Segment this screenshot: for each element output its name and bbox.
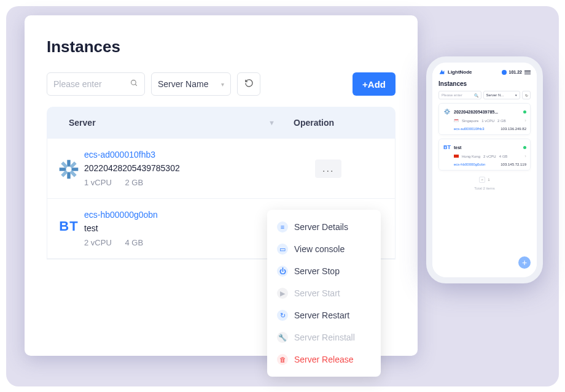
- menu-item-label: Server Stop: [294, 266, 340, 276]
- filter-icon[interactable]: ▼: [268, 119, 275, 126]
- menu-item-label: Server Start: [294, 288, 340, 298]
- dropdown-label: Server Name: [158, 79, 208, 89]
- play-icon: ▶: [277, 288, 288, 299]
- server-name-dropdown[interactable]: Server Name ▾: [151, 72, 231, 96]
- menu-item-label: Server Release: [294, 355, 354, 364]
- os-icon: BT: [53, 210, 84, 247]
- status-dot-icon: [523, 110, 526, 113]
- restart-icon: ↻: [277, 310, 288, 321]
- pagination: < 1: [432, 174, 537, 184]
- menu-item-label: Server Details: [294, 222, 348, 232]
- console-icon: ▭: [277, 244, 288, 255]
- menu-server-start: ▶ Server Start: [267, 282, 381, 304]
- menu-server-release[interactable]: 🗑 Server Release: [267, 348, 381, 371]
- phone-search-input[interactable]: Please enter 🔍: [438, 91, 481, 99]
- table-row: ecs-ad000010fhb3 20220428205439785302 1 …: [47, 139, 395, 199]
- brand-logo-icon: [438, 69, 445, 75]
- svg-rect-10: [446, 109, 448, 110]
- toolbar-row: Please enter Server Name ▾ +Add: [47, 72, 395, 96]
- search-icon: 🔍: [474, 93, 478, 98]
- phone-toolbar: Please enter 🔍 Server N... ▾ ↻: [432, 91, 537, 103]
- phone-screen: LightNode 101.22 Instances Please enter …: [432, 63, 537, 277]
- instance-link[interactable]: ecs-hb00000g0obn: [454, 163, 485, 166]
- wrench-icon: 🔧: [277, 332, 288, 343]
- pager-page-text: 1: [488, 178, 489, 182]
- phone-instance-card[interactable]: BT test Hong Kong 2 vCPU 4 GB › ecs-hb00…: [438, 139, 531, 171]
- dropdown-label: Server N...: [486, 93, 504, 97]
- mem-text: 2 GB: [125, 178, 143, 187]
- instance-name: 20220428205439785302: [84, 163, 315, 173]
- ip-text: 103.145.72.119: [501, 163, 526, 166]
- svg-rect-15: [447, 112, 449, 113]
- vcpu-text: 1 vCPU: [84, 178, 112, 187]
- svg-rect-5: [60, 167, 66, 171]
- flag-icon: [454, 119, 459, 122]
- menu-item-label: Server Restart: [294, 310, 349, 320]
- region-text: Hong Kong: [462, 155, 480, 158]
- menu-server-reinstall: 🔧 Server Reinstall: [267, 326, 381, 348]
- plus-icon: +: [522, 258, 527, 267]
- ip-text: 103.136.249.82: [501, 127, 526, 131]
- svg-rect-12: [446, 112, 448, 114]
- context-menu: ≡ Server Details ▭ View console ⏻ Server…: [267, 210, 381, 377]
- vcpu-text: 2 vCPU: [84, 238, 112, 247]
- phone-refresh-button[interactable]: ↻: [522, 91, 531, 99]
- menu-server-restart[interactable]: ↻ Server Restart: [267, 304, 381, 326]
- col-server-label: Server: [69, 118, 96, 128]
- table-header: Server ▼ Operation: [47, 107, 395, 139]
- page-title: Instances: [47, 37, 395, 56]
- instance-link[interactable]: ecs-ad000010fhb3: [84, 150, 315, 159]
- instance-name: 20220428205439785...: [454, 110, 521, 114]
- row-info: ecs-ad000010fhb3 20220428205439785302 1 …: [84, 150, 315, 187]
- os-icon: [53, 150, 84, 187]
- svg-rect-3: [72, 167, 79, 171]
- svg-rect-2: [67, 160, 70, 167]
- search-icon: [130, 79, 138, 89]
- menu-server-details[interactable]: ≡ Server Details: [267, 216, 381, 238]
- search-input[interactable]: Please enter: [47, 72, 145, 96]
- mem-text: 4 GB: [125, 238, 143, 247]
- svg-rect-14: [447, 109, 449, 111]
- phone-instance-card[interactable]: 20220428205439785... Singapore 1 vCPU 2 …: [438, 103, 531, 135]
- hamburger-icon[interactable]: [524, 71, 531, 74]
- col-server-header: Server ▼: [69, 118, 294, 128]
- balance-amount: 101.22: [509, 70, 522, 74]
- chevron-right-icon: ›: [524, 153, 526, 159]
- phone-dropdown[interactable]: Server N... ▾: [483, 91, 520, 99]
- refresh-button[interactable]: [237, 72, 260, 96]
- centos-icon: [58, 158, 80, 180]
- centos-icon: [443, 107, 451, 116]
- svg-rect-17: [445, 109, 446, 111]
- vcpu-text: 1 vCPU: [481, 119, 494, 123]
- add-button[interactable]: +Add: [353, 72, 395, 96]
- operation-menu-button[interactable]: ...: [315, 159, 341, 178]
- svg-rect-8: [61, 170, 68, 177]
- total-text: Total 2 items: [432, 184, 537, 193]
- bt-icon: BT: [443, 143, 451, 152]
- details-icon: ≡: [277, 221, 288, 233]
- mem-text: 2 GB: [497, 119, 506, 123]
- instance-name: test: [454, 145, 521, 150]
- phone-mockup: LightNode 101.22 Instances Please enter …: [426, 56, 543, 283]
- svg-rect-9: [61, 161, 68, 168]
- phone-header: LightNode 101.22: [432, 63, 537, 79]
- mem-text: 4 GB: [499, 155, 508, 158]
- pager-prev-button[interactable]: <: [479, 177, 485, 183]
- svg-rect-4: [67, 172, 70, 179]
- svg-rect-13: [444, 111, 446, 112]
- vcpu-text: 2 vCPU: [483, 155, 496, 158]
- menu-item-label: View console: [294, 244, 345, 254]
- svg-point-0: [131, 80, 136, 85]
- menu-view-console[interactable]: ▭ View console: [267, 238, 381, 260]
- instance-link[interactable]: ecs-ad000010fhb3: [454, 127, 485, 131]
- chevron-down-icon: ▾: [221, 81, 224, 88]
- instance-spec: 1 vCPU 2 GB: [84, 178, 315, 187]
- svg-rect-16: [445, 112, 446, 113]
- row-operation: ...: [315, 150, 395, 187]
- phone-page-title: Instances: [432, 79, 537, 91]
- fab-add-button[interactable]: +: [518, 256, 531, 269]
- search-placeholder-text: Please enter: [53, 79, 102, 89]
- svg-rect-6: [69, 161, 76, 168]
- refresh-icon: [244, 79, 254, 90]
- menu-server-stop[interactable]: ⏻ Server Stop: [267, 260, 381, 282]
